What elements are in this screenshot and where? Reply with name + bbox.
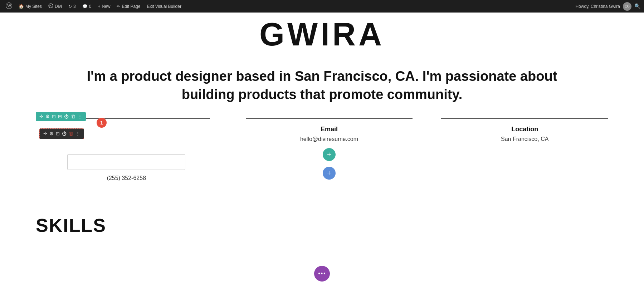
edit-page-label: Edit Page xyxy=(122,4,140,9)
my-sites-label: My Sites xyxy=(25,4,42,9)
divi-label: Divi xyxy=(55,4,62,9)
email-divider xyxy=(246,118,413,119)
section-toolbar[interactable]: ✛ ⚙ ⊡ ⊞ ⏻ 🗑 ⋮ xyxy=(36,112,86,121)
new-label: New xyxy=(102,4,110,9)
divi-icon: D xyxy=(48,3,53,9)
search-icon[interactable]: 🔍 xyxy=(634,3,640,9)
my-sites-button[interactable]: 🏠 My Sites xyxy=(16,0,44,13)
section-columns-icon[interactable]: ⊞ xyxy=(58,114,62,119)
module-duplicate-icon[interactable]: ⊡ xyxy=(56,131,60,137)
purple-dots-button[interactable]: ••• xyxy=(314,266,330,282)
skills-title: SKILLS xyxy=(36,215,608,236)
add-teal-button[interactable]: + xyxy=(323,148,336,161)
svg-text:D: D xyxy=(49,5,52,8)
section-add-icon[interactable]: ✛ xyxy=(39,114,43,119)
info-section: ✛ ⚙ ⊡ ⊞ ⏻ 🗑 ⋮ 1 ✛ ⚙ ⊡ ⏻ 🗑 ⋮ xyxy=(0,118,644,207)
location-column: Location San Francisco, CA xyxy=(427,118,623,193)
phone-column: ✛ ⚙ ⊡ ⊞ ⏻ 🗑 ⋮ 1 ✛ ⚙ ⊡ ⏻ 🗑 ⋮ xyxy=(21,118,231,193)
site-logo: GWIRA xyxy=(0,16,644,53)
sync-icon: ↻ xyxy=(68,4,72,9)
admin-bar-right: Howdy, Christina Gwira CG 🔍 xyxy=(576,2,640,11)
tagline-text: I'm a product designer based in San Fran… xyxy=(72,67,572,104)
sync-button[interactable]: ↻ 3 xyxy=(66,0,78,13)
comments-count: 0 xyxy=(89,4,92,9)
new-button[interactable]: + New xyxy=(96,0,112,13)
section-duplicate-icon[interactable]: ⊡ xyxy=(52,114,56,119)
section-settings-icon[interactable]: ⚙ xyxy=(45,114,50,119)
admin-bar: W 🏠 My Sites D Divi ↻ 3 💬 0 + New ✏ Edit… xyxy=(0,0,644,13)
svg-text:W: W xyxy=(8,4,11,8)
exit-vb-button[interactable]: Exit Visual Builder xyxy=(145,0,184,13)
phone-value: (255) 352-6258 xyxy=(107,175,146,181)
sync-count: 3 xyxy=(73,4,76,9)
module-toggle-icon[interactable]: ⏻ xyxy=(62,131,67,137)
comments-icon: 💬 xyxy=(82,4,88,9)
pencil-icon: ✏ xyxy=(117,4,120,9)
location-value: San Francisco, CA xyxy=(501,136,548,142)
wp-icon: W xyxy=(6,3,12,10)
exit-vb-label: Exit Visual Builder xyxy=(147,4,181,9)
wp-logo-button[interactable]: W xyxy=(4,0,14,13)
divi-button[interactable]: D Divi xyxy=(46,0,64,13)
email-value: hello@diviresume.com xyxy=(300,136,358,142)
page-content: GWIRA I'm a product designer based in Sa… xyxy=(0,13,644,240)
module-more-icon[interactable]: ⋮ xyxy=(75,131,80,137)
module-delete-icon[interactable]: 🗑 xyxy=(69,131,73,137)
howdy-text: Howdy, Christina Gwira xyxy=(576,4,620,9)
edit-page-button[interactable]: ✏ Edit Page xyxy=(114,0,142,13)
email-label: Email xyxy=(321,126,338,133)
add-blue-button[interactable]: + xyxy=(323,167,336,180)
module-settings-icon[interactable]: ⚙ xyxy=(49,131,54,137)
section-toggle-icon[interactable]: ⏻ xyxy=(64,114,69,119)
phone-field-box xyxy=(67,154,185,170)
section-delete-icon[interactable]: 🗑 xyxy=(71,114,75,119)
email-column: Email hello@diviresume.com + + xyxy=(231,118,427,193)
logo-area: GWIRA xyxy=(0,13,644,60)
module-add-icon[interactable]: ✛ xyxy=(43,131,47,137)
plus-icon: + xyxy=(98,4,100,9)
tagline-area: I'm a product designer based in San Fran… xyxy=(0,60,644,118)
location-label: Location xyxy=(511,126,538,133)
house-icon: 🏠 xyxy=(19,4,24,9)
location-divider xyxy=(441,118,608,119)
comments-button[interactable]: 💬 0 xyxy=(80,0,94,13)
skills-section: SKILLS xyxy=(0,207,644,240)
section-more-icon[interactable]: ⋮ xyxy=(78,114,82,119)
avatar: CG xyxy=(623,2,631,11)
module-toolbar[interactable]: ✛ ⚙ ⊡ ⏻ 🗑 ⋮ xyxy=(39,128,84,139)
badge-number: 1 xyxy=(97,118,107,128)
